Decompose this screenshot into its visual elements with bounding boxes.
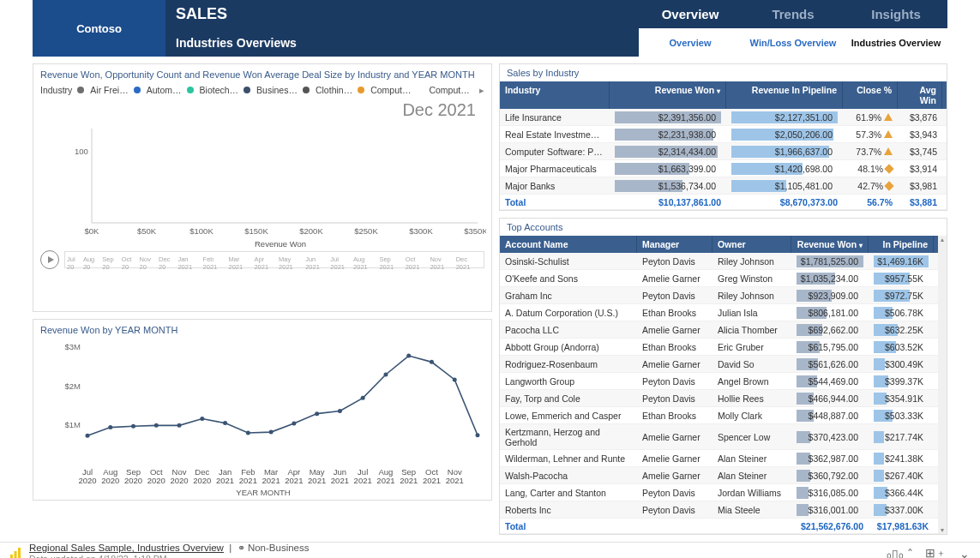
svg-text:2021: 2021 bbox=[354, 476, 372, 485]
svg-text:$2M: $2M bbox=[65, 381, 81, 391]
svg-text:2020: 2020 bbox=[124, 476, 142, 485]
svg-text:2021: 2021 bbox=[423, 476, 441, 485]
svg-text:$300K: $300K bbox=[409, 226, 433, 236]
industry-total: Total$10,137,861.00$8,670,373.0056.7%$3,… bbox=[500, 195, 947, 210]
svg-text:2021: 2021 bbox=[376, 476, 394, 485]
timeline-slider[interactable]: Jul 20Aug 20Sep 20Oct 20Nov 20Dec 20Jan … bbox=[64, 251, 484, 268]
industry-row[interactable]: Computer Software: Progra…$2,314,434.00$… bbox=[500, 143, 947, 160]
svg-text:2021: 2021 bbox=[285, 476, 303, 485]
svg-text:2021: 2021 bbox=[400, 476, 418, 485]
powerbi-icon bbox=[10, 548, 21, 559]
industry-header[interactable]: IndustryRevenue Won ▾Revenue In Pipeline… bbox=[500, 81, 947, 109]
scatter-card: Revenue Won, Opportunity Count and Reven… bbox=[33, 63, 492, 312]
svg-text:$50K: $50K bbox=[137, 226, 157, 236]
scatter-title: Revenue Won, Opportunity Count and Reven… bbox=[40, 69, 484, 80]
svg-point-30 bbox=[430, 360, 434, 364]
industry-row[interactable]: Major Pharmaceuticals$1,663,399.00$1,420… bbox=[500, 160, 947, 177]
svg-point-16 bbox=[108, 425, 112, 429]
svg-point-28 bbox=[383, 372, 388, 376]
footer-updated: Data updated on 4/18/22, 1:18 PM bbox=[29, 554, 310, 558]
svg-text:2021: 2021 bbox=[308, 476, 326, 485]
play-button[interactable] bbox=[40, 250, 59, 269]
svg-text:2020: 2020 bbox=[170, 476, 188, 485]
account-row[interactable]: Langworth GroupPeyton DavisAngel Brown$5… bbox=[500, 373, 938, 390]
top-header: Contoso SALES OverviewTrendsInsights Ind… bbox=[33, 0, 947, 57]
account-row[interactable]: Lowe, Emmerich and CasperEthan BrooksMol… bbox=[500, 407, 938, 424]
sub-tab[interactable]: Overview bbox=[639, 28, 742, 57]
account-row[interactable]: O'Keefe and SonsAmelie GarnerGreg Winsto… bbox=[500, 270, 938, 287]
industry-row[interactable]: Life Insurance$2,391,356.00$2,127,351.00… bbox=[500, 109, 947, 126]
svg-point-29 bbox=[406, 354, 411, 358]
footer-link[interactable]: Regional Sales Sample, Industries Overvi… bbox=[29, 543, 224, 553]
account-row[interactable]: Rodriguez-RosenbaumAmelie GarnerDavid So… bbox=[500, 356, 938, 373]
svg-point-24 bbox=[292, 422, 296, 426]
account-row[interactable]: Graham IncPeyton DavisRiley Johnson$923,… bbox=[500, 287, 938, 304]
svg-text:2020: 2020 bbox=[147, 476, 165, 485]
svg-text:2021: 2021 bbox=[216, 476, 234, 485]
scatter-xlabel: Revenue Won bbox=[255, 239, 306, 249]
account-row[interactable]: Wilderman, Lehner and RunteAmelie Garner… bbox=[500, 450, 938, 467]
svg-point-20 bbox=[200, 417, 204, 421]
footer-tag: Non-Business bbox=[248, 543, 310, 553]
footer: Regional Sales Sample, Industries Overvi… bbox=[0, 542, 980, 558]
svg-point-26 bbox=[338, 409, 342, 413]
sub-tab[interactable]: Win/Loss Overview bbox=[742, 28, 845, 57]
account-row[interactable]: Osinski-SchulistPeyton DavisRiley Johnso… bbox=[500, 253, 938, 270]
svg-text:2021: 2021 bbox=[446, 476, 464, 485]
svg-text:2021: 2021 bbox=[239, 476, 257, 485]
svg-point-21 bbox=[223, 421, 227, 425]
scatter-legend[interactable]: IndustryAir Frei…Autom…Biotech…Busines…C… bbox=[40, 85, 484, 95]
industry-title: Sales by Industry bbox=[500, 68, 947, 78]
main-tab-overview[interactable]: Overview bbox=[639, 7, 742, 21]
account-row[interactable]: Lang, Carter and StantonPeyton DavisJord… bbox=[500, 484, 938, 501]
main-tab-trends[interactable]: Trends bbox=[742, 7, 845, 21]
accounts-header[interactable]: Account NameManagerOwnerRevenue Won ▾In … bbox=[500, 236, 938, 253]
svg-text:$1M: $1M bbox=[65, 420, 81, 429]
sub-tab[interactable]: Industries Overview bbox=[845, 28, 947, 57]
industry-row[interactable]: Real Estate Investment Trusts$2,231,938.… bbox=[500, 126, 947, 143]
svg-point-17 bbox=[131, 424, 135, 429]
account-row[interactable]: Pacocha LLCAmelie GarnerAlicia Thomber$6… bbox=[500, 321, 938, 339]
svg-point-19 bbox=[177, 423, 182, 428]
scatter-period: Dec 2021 bbox=[40, 100, 484, 120]
svg-text:$350K: $350K bbox=[464, 226, 486, 236]
svg-text:2021: 2021 bbox=[331, 476, 349, 485]
svg-text:$150K: $150K bbox=[244, 226, 268, 236]
scatter-plot[interactable]: Opportunity Co… 100 $0K$50K$100K$150K$20… bbox=[40, 120, 486, 249]
accounts-title: Top Accounts bbox=[500, 222, 947, 232]
account-row[interactable]: Fay, Torp and ColePeyton DavisHollie Ree… bbox=[500, 390, 938, 407]
svg-text:$250K: $250K bbox=[354, 226, 378, 236]
svg-point-18 bbox=[154, 423, 159, 428]
account-row[interactable]: Kertzmann, Herzog and GerholdAmelie Garn… bbox=[500, 424, 938, 450]
svg-point-32 bbox=[476, 433, 480, 437]
svg-point-15 bbox=[86, 434, 90, 438]
line-title: Revenue Won by YEAR MONTH bbox=[40, 325, 484, 335]
report-subtitle: Industries Overviews bbox=[165, 28, 639, 57]
line-chart[interactable]: Revenue Won$3M$2M$1MJul2020Aug2020Sep202… bbox=[40, 339, 486, 497]
svg-text:2020: 2020 bbox=[78, 476, 96, 485]
main-tab-insights[interactable]: Insights bbox=[845, 7, 947, 21]
svg-point-31 bbox=[453, 377, 457, 381]
svg-text:$200K: $200K bbox=[299, 226, 323, 236]
svg-text:2021: 2021 bbox=[262, 476, 280, 485]
industry-card: Sales by Industry IndustryRevenue Won ▾R… bbox=[499, 63, 947, 211]
chart-icon[interactable]: ₀▯₀ ˄ bbox=[887, 547, 913, 559]
scrollbar[interactable]: ▴▾ bbox=[938, 236, 947, 534]
svg-rect-70 bbox=[18, 548, 21, 559]
svg-text:100: 100 bbox=[75, 147, 88, 156]
chevron-down-icon[interactable]: ⌄ bbox=[959, 547, 970, 559]
line-card: Revenue Won by YEAR MONTH Revenue Won$3M… bbox=[33, 319, 492, 501]
account-row[interactable]: Walsh-PacochaAmelie GarnerAlan Steiner$3… bbox=[500, 467, 938, 484]
svg-point-25 bbox=[315, 411, 319, 416]
account-row[interactable]: Abbott Group (Andorra)Ethan BrooksEric G… bbox=[500, 339, 938, 356]
svg-point-23 bbox=[269, 430, 274, 435]
svg-text:$3M: $3M bbox=[65, 342, 81, 351]
account-row[interactable]: Roberts IncPeyton DavisMia Steele$316,00… bbox=[500, 501, 938, 519]
grid-icon[interactable]: ⊞﹢ bbox=[925, 546, 947, 559]
svg-text:$0K: $0K bbox=[85, 226, 100, 236]
svg-text:YEAR MONTH: YEAR MONTH bbox=[236, 488, 290, 497]
industry-row[interactable]: Major Banks$1,536,734.00$1,105,481.0042.… bbox=[500, 177, 947, 195]
svg-text:$100K: $100K bbox=[189, 226, 213, 236]
account-row[interactable]: A. Datum Corporation (U.S.)Ethan BrooksJ… bbox=[500, 304, 938, 321]
brand-logo: Contoso bbox=[33, 0, 165, 57]
